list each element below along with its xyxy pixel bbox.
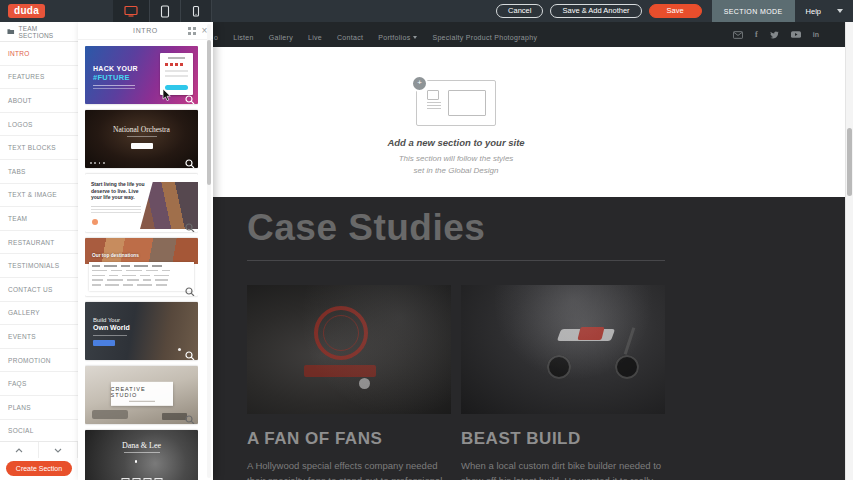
create-section-button[interactable]: Create Section — [6, 461, 72, 476]
panel-scrollbar-thumb[interactable] — [207, 40, 211, 185]
thumb-cta-button — [131, 143, 153, 149]
help-menu[interactable]: Help — [802, 7, 847, 16]
cancel-button[interactable]: Cancel — [496, 4, 543, 18]
save-button[interactable]: Save — [649, 4, 702, 18]
chevron-down-icon — [837, 9, 843, 13]
case-card-fan-of-fans: A FAN OF FANS A Hollywood special effect… — [247, 285, 451, 480]
email-icon[interactable] — [733, 31, 743, 39]
thumb-table-row — [92, 279, 191, 281]
add-section-placeholder[interactable]: + Add a new section to your site This se… — [336, 80, 576, 178]
thumb-accent-dot — [92, 219, 98, 225]
template-thumbnails: HACK YOUR #FUTURE National Orchestra Sta… — [85, 46, 198, 480]
thumb-title: Build Your — [93, 317, 120, 323]
sidebar-item-about[interactable]: ABOUT — [0, 89, 78, 113]
site-content: Case Studies A FAN OF FANS A Hollywood s… — [247, 197, 665, 480]
thumb-table-row — [92, 270, 191, 272]
sidebar-item-testimonials[interactable]: TESTIMONIALS — [0, 254, 78, 278]
sidebar-item-events[interactable]: EVENTS — [0, 325, 78, 349]
template-thumbnail-build-your-own-world[interactable]: Build Your Own World — [85, 302, 198, 360]
device-switcher — [113, 0, 212, 22]
thumb-table — [89, 262, 194, 291]
site-nav-item-fragment[interactable]: o — [214, 34, 218, 41]
save-add-another-button[interactable]: Save & Add Another — [550, 4, 641, 18]
template-thumbnail-national-orchestra[interactable]: National Orchestra — [85, 110, 198, 168]
desktop-icon — [124, 5, 138, 17]
sidebar-item-team[interactable]: TEAM — [0, 207, 78, 231]
thumb-cta-button — [165, 85, 188, 91]
linkedin-icon[interactable]: in — [813, 31, 819, 38]
case-body: A Hollywood special effects company need… — [247, 458, 451, 480]
tablet-preview-button[interactable] — [150, 0, 181, 22]
case-image-fan — [247, 285, 451, 414]
site-nav-item-portfolios[interactable]: Portfolios — [378, 34, 417, 41]
scroll-down-button[interactable] — [39, 442, 78, 458]
sidebar-item-text-blocks[interactable]: TEXT BLOCKS — [0, 136, 78, 160]
sidebar-items: INTROFEATURESABOUTLOGOSTEXT BLOCKSTABSTE… — [0, 42, 78, 443]
duda-section-mode-editor: duda Cancel Save & Add Another Save SECT… — [0, 0, 853, 480]
site-nav-items: oListenGalleryLiveContactPortfoliosSpeci… — [214, 26, 552, 44]
thumb-table-row — [92, 275, 191, 277]
template-thumbnail-creative-studio[interactable]: CREATIVE STUDIO — [85, 366, 198, 424]
thumb-title: Start living the life you deserve to liv… — [91, 181, 145, 201]
search-icon[interactable] — [185, 219, 195, 229]
thumb-title: HACK YOUR — [93, 65, 138, 72]
intro-templates-panel: INTRO × HACK YOUR #FUTURE National Orche… — [78, 22, 213, 480]
template-thumbnail-hack-your-future[interactable]: HACK YOUR #FUTURE — [85, 46, 198, 104]
grid-view-toggle[interactable] — [188, 27, 196, 36]
site-nav-item-listen[interactable]: Listen — [233, 34, 253, 41]
scroll-up-button[interactable] — [0, 442, 39, 458]
sidebar-item-restaurant[interactable]: RESTAURANT — [0, 231, 78, 255]
site-preview: oListenGalleryLiveContactPortfoliosSpeci… — [213, 22, 845, 480]
case-cards: A FAN OF FANS A Hollywood special effect… — [247, 285, 665, 480]
youtube-icon[interactable] — [791, 31, 801, 38]
sidebar-item-gallery[interactable]: GALLERY — [0, 302, 78, 326]
case-card-beast-build: BEAST BUILD When a local custom dirt bik… — [461, 285, 665, 480]
template-thumbnail-dana-and-lee[interactable]: Dana & Lee — [85, 430, 198, 480]
sidebar-item-contact-us[interactable]: CONTACT US — [0, 278, 78, 302]
twitter-icon[interactable] — [770, 31, 779, 39]
sidebar-item-tabs[interactable]: TABS — [0, 160, 78, 184]
sidebar-item-text-image[interactable]: TEXT & IMAGE — [0, 184, 78, 208]
thumb-title: National Orchestra — [85, 125, 198, 134]
section-heading: Case Studies — [247, 207, 665, 249]
site-nav-item-live[interactable]: Live — [308, 34, 322, 41]
search-icon[interactable] — [185, 411, 195, 421]
template-thumbnail-live-your-way[interactable]: Start living the life you deserve to liv… — [85, 174, 198, 232]
site-social-icons: fin — [733, 22, 819, 47]
search-icon[interactable] — [185, 283, 195, 293]
sidebar-item-promotion[interactable]: PROMOTION — [0, 349, 78, 373]
thumb-center-card: CREATIVE STUDIO — [111, 382, 173, 406]
search-icon[interactable] — [185, 347, 195, 357]
preview-scrollbar-thumb[interactable] — [847, 128, 852, 196]
sidebar-item-logos[interactable]: LOGOS — [0, 113, 78, 137]
sections-sidebar: TEAM SECTIONS INTROFEATURESABOUTLOGOSTEX… — [0, 22, 79, 480]
thumb-table-row — [92, 284, 191, 286]
template-thumbnail-top-destinations[interactable]: Our top destinations — [85, 238, 198, 296]
help-label: Help — [806, 7, 821, 16]
tablet-icon — [159, 5, 171, 18]
sidebar-item-features[interactable]: FEATURES — [0, 66, 78, 90]
add-section-icon: + — [416, 80, 496, 126]
chevron-down-icon — [413, 36, 417, 39]
add-section-title: Add a new section to your site — [336, 137, 576, 148]
facebook-icon[interactable]: f — [755, 30, 758, 39]
sidebar-item-plans[interactable]: PLANS — [0, 396, 78, 420]
site-nav-item-gallery[interactable]: Gallery — [269, 34, 293, 41]
duda-logo: duda — [8, 4, 45, 18]
section-mode-badge: SECTION MODE — [712, 0, 795, 22]
thumb-title-accent: #FUTURE — [93, 73, 130, 82]
sidebar-item-intro[interactable]: INTRO — [0, 42, 78, 66]
thumb-cta-button — [93, 340, 115, 346]
sidebar-item-faqs[interactable]: FAQS — [0, 372, 78, 396]
site-nav-item-specialty-product-photography[interactable]: Specialty Product Photography — [432, 34, 537, 41]
search-icon[interactable] — [185, 155, 195, 165]
search-icon[interactable] — [185, 91, 195, 101]
desktop-preview-button[interactable] — [113, 0, 150, 22]
thumb-title: Our top destinations — [92, 253, 139, 258]
grid-view-icon — [188, 27, 196, 35]
sidebar-header-label: TEAM SECTIONS — [19, 25, 71, 39]
site-nav-item-contact[interactable]: Contact — [337, 34, 363, 41]
sidebar-item-social[interactable]: SOCIAL — [0, 420, 78, 444]
mobile-preview-button[interactable] — [181, 0, 212, 22]
mobile-icon — [190, 5, 202, 18]
